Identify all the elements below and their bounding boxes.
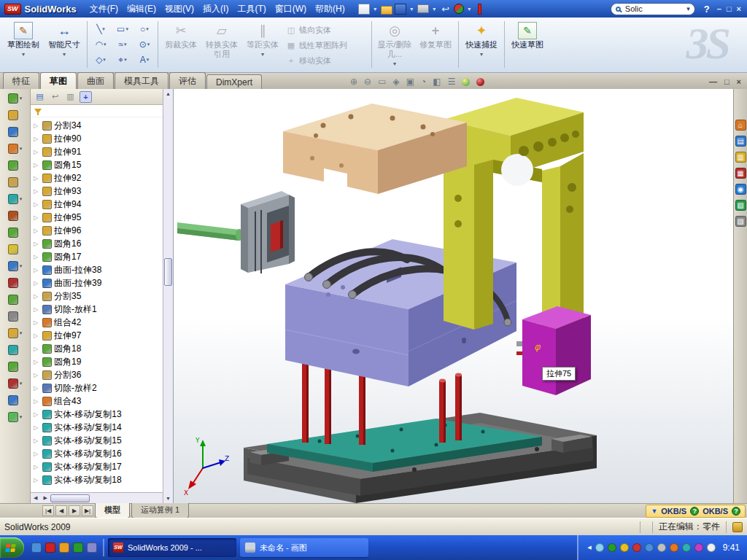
scroll-right-icon[interactable]: ▶ — [40, 495, 50, 501]
left-toolbar-button[interactable]: ▾ — [8, 144, 23, 154]
sketch-entity-button[interactable]: ▭ ▾ — [112, 21, 133, 36]
left-toolbar-button[interactable]: ▾ — [8, 295, 23, 305]
tree-columns-icon[interactable]: ▥ — [64, 91, 77, 103]
sketch-draw-button[interactable]: ✎ 草图绘制 ▾ — [3, 20, 44, 69]
left-toolbar-button[interactable]: ▾ — [8, 311, 23, 322]
task-pane-icon[interactable]: ◉ — [735, 184, 746, 195]
quicklaunch-icon[interactable] — [59, 542, 69, 553]
menu-item[interactable]: 视图(V) — [160, 1, 198, 17]
tray-icon[interactable] — [608, 543, 616, 552]
standard-toolbar-icon[interactable] — [381, 6, 392, 15]
feature-tree-item[interactable]: ▷ 圆角18 — [31, 342, 163, 355]
feature-tree-item[interactable]: ▷ 拉伸94 — [31, 198, 163, 211]
expand-arrow-icon[interactable]: ▷ — [34, 438, 40, 444]
move-entities-button[interactable]: + 移动实体 — [283, 53, 369, 68]
quicklaunch-icon[interactable] — [31, 542, 42, 553]
start-button[interactable] — [0, 537, 24, 558]
feature-tree-item[interactable]: ▷ 分割35 — [31, 289, 163, 303]
taskbar-task[interactable]: 未命名 - 画图 — [240, 538, 368, 557]
left-toolbar-button[interactable]: ▾ — [8, 378, 23, 389]
feature-tree-item[interactable]: ▷ 实体-移动/复制14 — [31, 421, 163, 434]
left-toolbar-button[interactable]: ▾ — [8, 93, 23, 104]
expand-arrow-icon[interactable]: ▷ — [34, 214, 40, 221]
standard-toolbar-icon[interactable] — [372, 4, 379, 15]
tray-icon[interactable] — [645, 543, 654, 552]
task-pane-icon[interactable]: ▥ — [735, 152, 746, 163]
expand-arrow-icon[interactable]: ▷ — [34, 464, 40, 470]
tray-icon[interactable] — [694, 543, 703, 552]
quicklaunch-icon[interactable] — [87, 542, 97, 553]
left-toolbar-button[interactable]: ▾ — [8, 412, 23, 422]
feature-tree-item[interactable]: ▷ 组合43 — [31, 394, 163, 408]
view-tool-icon[interactable]: ⊕ — [350, 77, 357, 87]
expand-arrow-icon[interactable]: ▷ — [34, 136, 40, 142]
doc-restore-button[interactable]: □ — [724, 77, 729, 86]
feature-tree-item[interactable]: ▷ 拉伸92 — [31, 171, 163, 184]
left-toolbar-button[interactable]: ▾ — [8, 194, 23, 204]
feature-tree-item[interactable]: ▷ 实体-移动/复制15 — [31, 434, 163, 447]
menu-item[interactable]: 插入(I) — [198, 1, 233, 17]
nav-prev-button[interactable]: ◀ — [55, 505, 67, 516]
status-clipboard-icon[interactable] — [732, 522, 743, 532]
feature-tree-item[interactable]: ▷ 实体-移动/复制16 — [31, 447, 163, 460]
feature-tree-item[interactable]: ▷ 组合42 — [31, 316, 163, 329]
view-tool-icon[interactable]: ◈ — [392, 77, 399, 87]
left-toolbar-button[interactable]: ▾ — [8, 177, 23, 187]
task-pane-icon[interactable]: ⌂ — [735, 120, 746, 131]
quicklaunch-icon[interactable] — [73, 542, 83, 553]
tree-crosshair-icon[interactable]: + — [80, 91, 92, 103]
feature-tree-item[interactable]: ▷ 实体-移动/复制17 — [31, 460, 163, 473]
expand-arrow-icon[interactable]: ▷ — [34, 175, 40, 182]
graphics-viewport[interactable]: φ — [174, 89, 733, 503]
expand-arrow-icon[interactable]: ▷ — [34, 398, 40, 405]
expand-arrow-icon[interactable]: ▷ — [34, 228, 40, 234]
sketch-entity-button[interactable]: ⌖ ▾ — [112, 52, 133, 67]
tray-icon[interactable] — [707, 543, 716, 552]
convert-entities-button[interactable]: ▱ 转换实体引用 — [201, 20, 242, 69]
feature-tree-item[interactable]: ▷ 分割34 — [31, 119, 163, 132]
view-tool-icon[interactable]: ◔ — [421, 77, 426, 87]
left-toolbar-button[interactable]: ▾ — [8, 160, 23, 171]
feature-tree-item[interactable]: ▷ 拉伸97 — [31, 329, 163, 342]
command-tab[interactable]: 曲面 — [77, 72, 114, 89]
display-delete-relations-button[interactable]: ◎ 显示/删除几... ▾ — [374, 20, 415, 69]
quick-snaps-button[interactable]: ✦ 快速捕捉 ▾ — [461, 20, 502, 69]
standard-toolbar-icon[interactable] — [466, 4, 473, 15]
task-pane-icon[interactable]: ▨ — [735, 216, 746, 227]
expand-arrow-icon[interactable]: ▷ — [34, 372, 40, 378]
standard-toolbar-icon[interactable] — [358, 4, 370, 15]
expand-arrow-icon[interactable]: ▷ — [34, 280, 40, 287]
expand-arrow-icon[interactable]: ▷ — [34, 122, 40, 129]
expand-arrow-icon[interactable]: ▷ — [34, 162, 40, 168]
sketch-entity-button[interactable]: ⊙ ▾ — [133, 36, 155, 52]
tray-icon[interactable] — [670, 543, 678, 552]
sketch-entity-button[interactable]: ≈ ▾ — [112, 36, 133, 52]
doc-minimize-button[interactable]: — — [709, 77, 717, 86]
feature-tree-item[interactable]: ▷ 拉伸93 — [31, 184, 163, 198]
scroll-up-icon[interactable]: ▲ — [166, 89, 171, 98]
smart-dimension-button[interactable]: ↔ 智能尺寸 ▾ — [44, 20, 85, 69]
rapid-sketch-button[interactable]: ✎ 快速草图 — [507, 20, 548, 69]
expand-arrow-icon[interactable]: ▷ — [34, 359, 40, 365]
linear-sketch-pattern-button[interactable]: ▦ 线性草图阵列 — [283, 38, 369, 52]
command-tab[interactable]: DimXpert — [206, 74, 262, 89]
feature-tree-item[interactable]: ▷ 切除-放样1 — [31, 303, 163, 316]
question-icon[interactable]: ? — [732, 507, 740, 516]
standard-toolbar-icon[interactable] — [417, 4, 429, 13]
expand-arrow-icon[interactable]: ▷ — [34, 267, 40, 273]
left-toolbar-button[interactable]: ▾ — [8, 127, 23, 137]
tray-chevron-icon[interactable]: ◀ — [587, 545, 591, 551]
scroll-left-icon[interactable]: ◀ — [31, 495, 40, 501]
tree-back-icon[interactable]: ↩ — [49, 91, 61, 103]
view-tool-icon[interactable]: ▭ — [378, 77, 386, 87]
expand-arrow-icon[interactable]: ▷ — [34, 319, 40, 326]
expand-arrow-icon[interactable]: ▷ — [34, 424, 40, 431]
menu-item[interactable]: 帮助(H) — [311, 1, 349, 17]
viewport-3d-model[interactable]: φ — [174, 89, 733, 503]
left-toolbar-button[interactable]: ▾ — [8, 261, 23, 271]
scroll-down-icon[interactable]: ▼ — [166, 494, 171, 503]
command-tab[interactable]: 特征 — [3, 72, 39, 89]
feature-tree-item[interactable]: ▷ 圆角17 — [31, 250, 163, 263]
view-tool-icon[interactable]: ◧ — [433, 77, 441, 87]
feature-tree-item[interactable]: ▷ 拉伸96 — [31, 224, 163, 237]
